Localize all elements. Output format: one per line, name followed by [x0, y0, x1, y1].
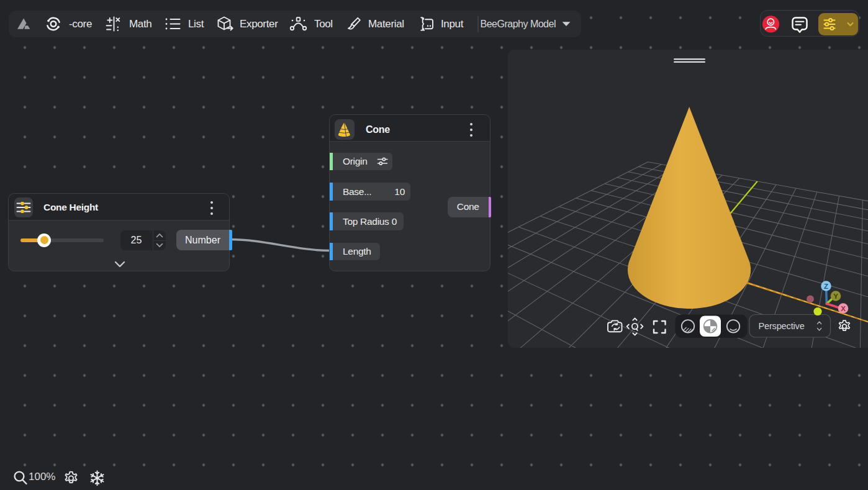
svg-text:Y: Y [833, 293, 838, 300]
svg-text:X: X [841, 305, 846, 312]
svg-text:Perspective: Perspective [758, 321, 804, 331]
svg-text:Z: Z [823, 283, 828, 290]
